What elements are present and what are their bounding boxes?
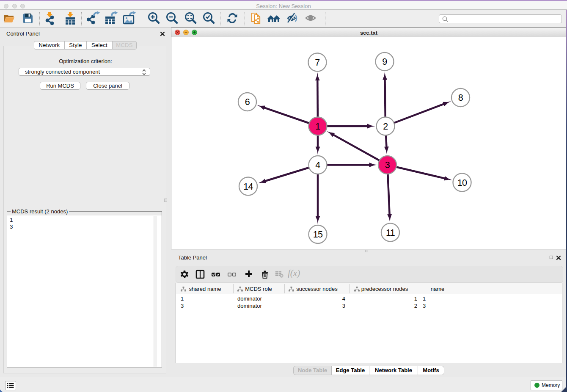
svg-text:1: 1 bbox=[315, 121, 320, 132]
svg-text:2: 2 bbox=[383, 121, 388, 132]
svg-text:11: 11 bbox=[386, 228, 395, 238]
svg-text:15: 15 bbox=[313, 229, 323, 240]
svg-text:3: 3 bbox=[385, 160, 390, 170]
svg-text:14: 14 bbox=[243, 182, 253, 192]
svg-text:7: 7 bbox=[315, 58, 319, 68]
svg-text:8: 8 bbox=[458, 93, 463, 103]
svg-text:4: 4 bbox=[315, 160, 320, 170]
svg-text:10: 10 bbox=[457, 178, 467, 188]
svg-text:9: 9 bbox=[382, 57, 387, 67]
svg-text:6: 6 bbox=[245, 97, 250, 107]
